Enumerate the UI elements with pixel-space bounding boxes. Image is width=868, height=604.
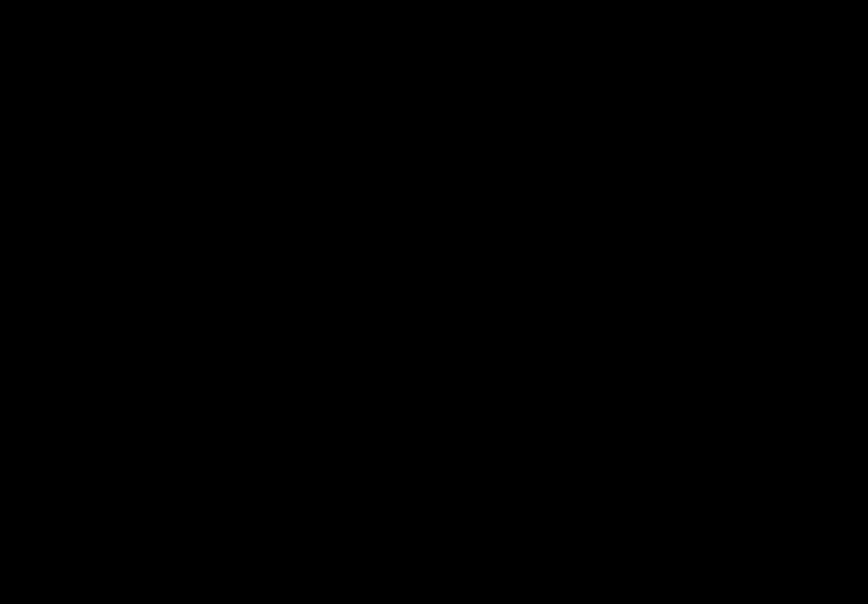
skew-t-application-window xyxy=(0,0,868,604)
skew-t-diagram xyxy=(0,0,566,604)
parameter-table xyxy=(568,0,868,521)
